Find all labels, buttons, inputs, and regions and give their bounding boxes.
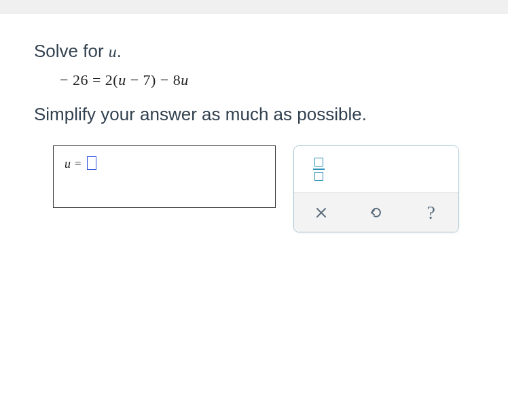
keypad-bottom-row: ? — [294, 192, 458, 232]
clear-button[interactable] — [294, 193, 349, 232]
close-icon — [314, 206, 328, 220]
prompt-lead: Solve for — [34, 41, 109, 61]
equals-sign: = — [75, 156, 81, 172]
top-bar — [0, 0, 508, 14]
fraction-denominator-icon — [314, 172, 323, 181]
fraction-numerator-icon — [314, 158, 323, 167]
undo-icon — [369, 205, 384, 220]
help-button[interactable]: ? — [403, 193, 458, 232]
undo-button[interactable] — [349, 193, 404, 232]
equation: − 26 = 2(u − 7) − 8u — [34, 71, 474, 89]
fraction-button[interactable] — [306, 155, 331, 183]
prompt-trail: . — [117, 41, 122, 61]
work-row: u = — [34, 145, 474, 232]
help-icon: ? — [427, 202, 435, 224]
question-content: Solve for u. − 26 = 2(u − 7) − 8u Simpli… — [0, 14, 508, 232]
answer-input-box[interactable]: u = — [53, 145, 276, 208]
prompt-line: Solve for u. — [34, 41, 474, 62]
fraction-bar-icon — [313, 169, 325, 170]
keypad-toolbox: ? — [293, 145, 459, 232]
answer-variable: u — [65, 156, 71, 172]
instruction: Simplify your answer as much as possible… — [34, 104, 474, 125]
keypad-top-row — [294, 146, 458, 192]
prompt-variable: u — [109, 43, 117, 60]
answer-placeholder-icon[interactable] — [87, 156, 96, 170]
